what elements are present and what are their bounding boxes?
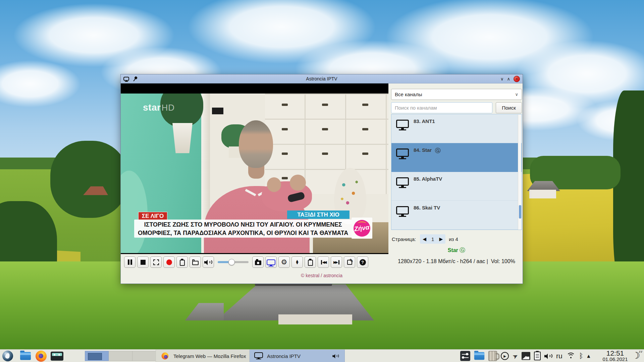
- volume-handle[interactable]: [228, 259, 235, 265]
- channel-label: 84. Star: [414, 147, 432, 153]
- folder-icon: [20, 352, 31, 360]
- desktop-1-active[interactable]: [85, 351, 109, 361]
- minimize-button[interactable]: ∨: [500, 76, 504, 81]
- screenshot-button[interactable]: [252, 256, 264, 268]
- speaker-icon: [204, 259, 212, 265]
- desktop-3[interactable]: [132, 351, 156, 361]
- volume-slider[interactable]: [218, 256, 249, 268]
- chevron-down-icon: ∨: [515, 92, 518, 97]
- video-player[interactable]: star HD ΣΕ ΛΙΓΟ ΤΑΞΙΔΙ ΣΤΗ ΧΙΟ ΙΣΤΟΡΙΕΣ …: [121, 83, 388, 254]
- clipboard-tray-icon[interactable]: [534, 352, 541, 360]
- page-next-button[interactable]: ▶: [439, 236, 443, 242]
- settings-button[interactable]: ⚙: [278, 256, 290, 268]
- window-app-icon: [123, 77, 129, 81]
- channel-item[interactable]: 86. Skai TV: [391, 201, 522, 230]
- media-app-launcher[interactable]: [50, 350, 64, 362]
- next-icon: ▶▶: [333, 260, 339, 264]
- fullscreen-icon: [153, 259, 159, 265]
- channel-item[interactable]: 83. ANT1: [391, 114, 522, 143]
- tv-icon: [254, 352, 263, 358]
- stream-info: 1280x720 - 1.18 Мбит/с - h264 / aac | Vo…: [391, 258, 522, 264]
- astroncia-iptv-window: Astroncia IPTV ∨ ∧ ✕: [121, 74, 523, 284]
- tv-icon: [396, 148, 409, 157]
- record-button[interactable]: [163, 256, 175, 268]
- scrollbar-track[interactable]: [518, 115, 521, 230]
- now-playing-badge-icon: Ⓖ: [460, 247, 465, 253]
- edit-playlist-button[interactable]: ✎: [344, 256, 355, 268]
- edit-icon: ✎: [347, 260, 352, 265]
- pause-button[interactable]: [124, 256, 136, 268]
- player-tray-icon[interactable]: ▶: [501, 352, 509, 360]
- tv-guide-button[interactable]: [176, 256, 188, 268]
- page-total: из 4: [449, 236, 458, 242]
- next-channel-button[interactable]: ▶▶: [331, 256, 342, 268]
- bluetooth-icon[interactable]: ᛒ: [579, 353, 584, 360]
- folder-tray-icon[interactable]: [474, 352, 484, 360]
- page-prev-button[interactable]: ◀: [423, 236, 426, 242]
- firefox-launcher[interactable]: [34, 350, 48, 362]
- stop-button[interactable]: [137, 256, 149, 268]
- studio-niche: [212, 108, 223, 114]
- file-manager-launcher[interactable]: [19, 350, 32, 362]
- group-filter-dropdown[interactable]: Все каналы ∨: [391, 89, 522, 100]
- tv-icon: [396, 177, 409, 186]
- help-icon: ?: [360, 259, 366, 265]
- wifi-icon[interactable]: [566, 352, 576, 360]
- clock-time: 12:51: [600, 350, 631, 357]
- close-button[interactable]: ✕: [514, 76, 520, 82]
- telegram-tray-icon[interactable]: ➤: [511, 352, 519, 361]
- channel-watermark: star HD: [143, 102, 175, 113]
- beer-mug-tray-icon[interactable]: [488, 351, 497, 361]
- roof-ridge: [255, 284, 332, 286]
- maximize-button[interactable]: ∧: [507, 76, 510, 81]
- star-logo: star: [143, 102, 161, 113]
- prev-channel-button[interactable]: ◀◀: [318, 256, 329, 268]
- task-label: Telegram Web — Mozilla Firefox: [173, 353, 246, 359]
- audio-playing-icon: [332, 354, 339, 358]
- clock-widget[interactable]: 12:51 01.06.2021: [600, 350, 631, 362]
- channel-item-selected[interactable]: 84. Star Ⓖ: [391, 143, 522, 172]
- now-playing-label: Star Ⓖ: [391, 246, 522, 254]
- scrollbar-thumb[interactable]: [519, 205, 521, 219]
- open-folder-icon: [192, 261, 199, 265]
- image-lock-tray-icon[interactable]: [522, 352, 530, 360]
- window-titlebar[interactable]: Astroncia IPTV ∨ ∧ ✕: [121, 74, 523, 83]
- task-astroncia-iptv[interactable]: Astroncia IPTV: [250, 350, 345, 362]
- page-label: Страница:: [392, 236, 416, 242]
- app-launcher-button[interactable]: [1, 350, 14, 362]
- pause-icon: [128, 259, 129, 265]
- clock-date: 01.06.2021: [600, 357, 631, 362]
- sort-channels-button[interactable]: ▲ ▼: [291, 256, 303, 268]
- record-icon: [166, 259, 172, 265]
- playlist-icon: [308, 260, 313, 266]
- volume-tray-icon[interactable]: [544, 353, 552, 359]
- farmhouse-wall: [529, 190, 556, 198]
- playlist-button[interactable]: [305, 256, 316, 268]
- open-file-button[interactable]: [190, 256, 201, 268]
- channel-search-input[interactable]: [391, 102, 492, 113]
- channel-label: 85. AlphaTV: [414, 176, 442, 182]
- presenter-head: [239, 120, 273, 168]
- channel-panel: Все каналы ∨ Поиск 83. ANT1 84. Star Ⓖ 8…: [391, 83, 522, 284]
- zz-icon: zz: [639, 350, 643, 353]
- night-mode-icon[interactable]: ☾ zz: [632, 350, 643, 362]
- tray-expand-arrow[interactable]: ▲: [587, 354, 590, 358]
- tv-guide-icon: [180, 260, 185, 266]
- channel-item[interactable]: 85. AlphaTV: [391, 172, 522, 201]
- task-telegram-firefox[interactable]: Telegram Web — Mozilla Firefox: [156, 350, 250, 362]
- sort-icon: ▲ ▼: [296, 260, 299, 265]
- page-number[interactable]: 1: [431, 236, 434, 242]
- taskbar: Telegram Web — Mozilla Firefox Astroncia…: [0, 349, 644, 362]
- tv-mode-button[interactable]: [265, 256, 277, 268]
- search-button[interactable]: Поиск: [496, 102, 522, 113]
- keyboard-layout-indicator[interactable]: ru: [556, 352, 562, 360]
- caption-line-1: ΙΣΤΟΡΙΕΣ ΖΩΗΣ ΣΤΟ ΜΥΡΟΒΟΛΟ ΝΗΣΙ ΤΟΥ ΑΙΓΑ…: [144, 220, 342, 229]
- desktop-2[interactable]: [109, 351, 132, 361]
- mixer-tray-icon[interactable]: [460, 351, 470, 361]
- show-logo-circle: Ζήνα: [354, 220, 370, 237]
- now-playing-name: Star: [448, 247, 458, 253]
- mute-button[interactable]: [203, 256, 214, 268]
- channel-label: 83. ANT1: [414, 118, 435, 124]
- fullscreen-button[interactable]: [150, 256, 162, 268]
- help-button[interactable]: ?: [357, 256, 368, 268]
